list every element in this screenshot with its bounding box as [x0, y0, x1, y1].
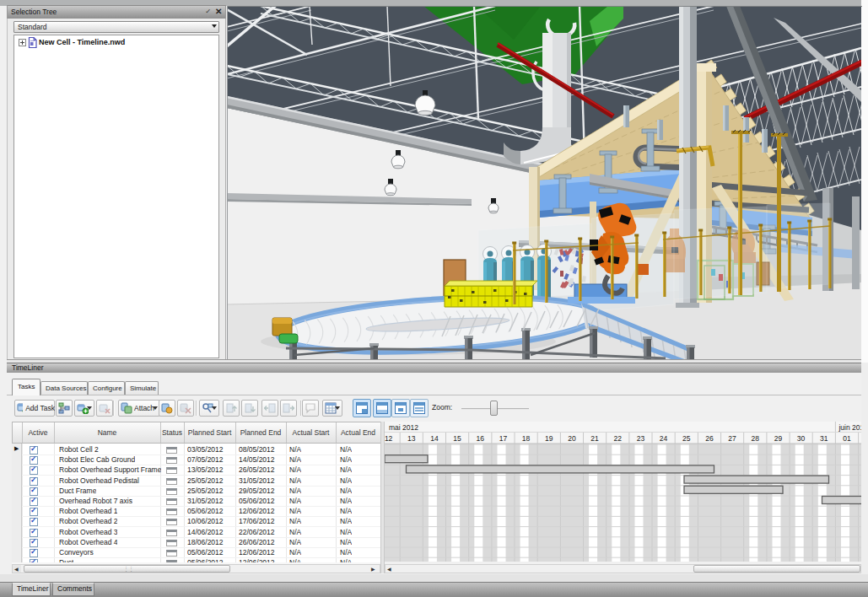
svg-text:13: 13	[407, 434, 416, 443]
svg-text:14: 14	[430, 434, 439, 443]
svg-text:24: 24	[660, 434, 668, 443]
svg-text:28: 28	[752, 434, 760, 443]
svg-text:18: 18	[522, 434, 531, 443]
svg-text:12: 12	[385, 434, 393, 443]
svg-text:20: 20	[568, 434, 576, 443]
svg-text:21: 21	[590, 434, 599, 443]
svg-text:19: 19	[545, 434, 553, 443]
svg-text:31: 31	[820, 434, 828, 443]
svg-text:27: 27	[728, 434, 736, 443]
svg-text:23: 23	[637, 434, 645, 443]
svg-text:juin 2012: juin 2012	[838, 423, 861, 432]
svg-text:01: 01	[843, 434, 851, 443]
svg-text:22: 22	[614, 434, 623, 443]
svg-text:mai 2012: mai 2012	[389, 423, 418, 432]
svg-text:26: 26	[705, 434, 714, 443]
svg-text:16: 16	[477, 434, 485, 443]
svg-text:15: 15	[453, 434, 461, 443]
svg-text:29: 29	[774, 434, 783, 443]
svg-text:17: 17	[499, 434, 508, 443]
svg-text:30: 30	[797, 434, 806, 443]
svg-text:25: 25	[682, 434, 691, 443]
